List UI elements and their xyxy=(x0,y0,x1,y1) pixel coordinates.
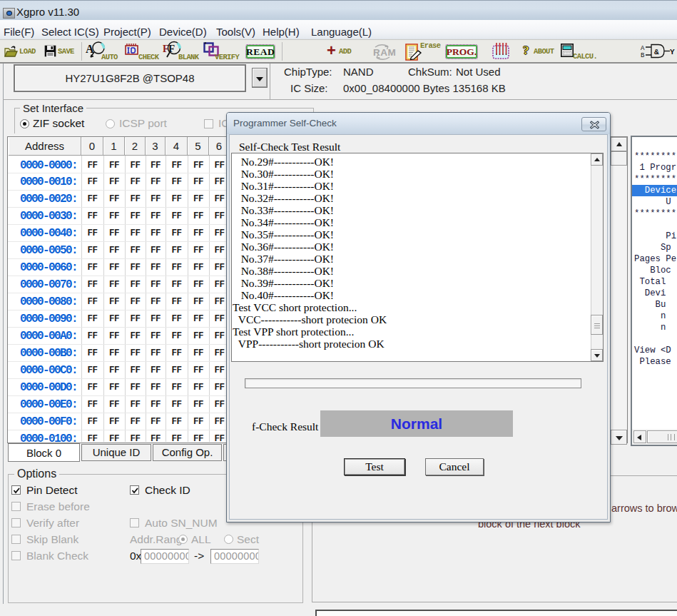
svg-text:A: A xyxy=(641,45,645,52)
svg-text:B: B xyxy=(641,52,645,59)
svg-text:&: & xyxy=(654,48,659,56)
svg-text:Y: Y xyxy=(670,48,675,56)
